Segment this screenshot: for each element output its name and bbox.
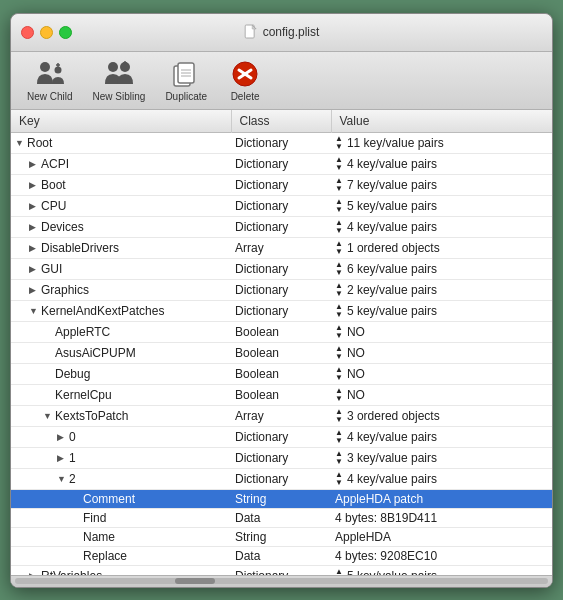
table-row[interactable]: RootDictionary▲▼11 key/value pairs [11, 132, 552, 153]
value-cell: ▲▼2 key/value pairs [331, 279, 552, 300]
maximize-button[interactable] [59, 26, 72, 39]
key-cell: Boot [11, 174, 231, 195]
value-stepper[interactable]: ▲▼ [335, 324, 343, 340]
new-child-button[interactable]: New Child [19, 55, 81, 106]
header-key[interactable]: Key [11, 110, 231, 133]
table-row[interactable]: AsusAiCPUPMBoolean▲▼NO [11, 342, 552, 363]
class-cell: Dictionary [231, 468, 331, 489]
table-row[interactable]: GraphicsDictionary▲▼2 key/value pairs [11, 279, 552, 300]
value-stepper[interactable]: ▲▼ [335, 408, 343, 424]
value-stepper[interactable]: ▲▼ [335, 303, 343, 319]
value-stepper[interactable]: ▲▼ [335, 219, 343, 235]
value-stepper[interactable]: ▲▼ [335, 471, 343, 487]
duplicate-button[interactable]: Duplicate [157, 55, 215, 106]
key-cell: 1 [11, 447, 231, 468]
expand-triangle[interactable] [43, 411, 53, 421]
table-container[interactable]: Key Class Value RootDictionary▲▼11 key/v… [11, 110, 552, 575]
class-cell: String [231, 527, 331, 546]
expand-triangle[interactable] [29, 222, 39, 232]
traffic-lights [21, 26, 72, 39]
value-stepper[interactable]: ▲▼ [335, 429, 343, 445]
expand-triangle[interactable] [29, 243, 39, 253]
value-text: NO [347, 346, 365, 360]
table-row[interactable]: KernelAndKextPatchesDictionary▲▼5 key/va… [11, 300, 552, 321]
value-cell: ▲▼4 key/value pairs [331, 216, 552, 237]
expand-triangle[interactable] [57, 432, 67, 442]
scrollbar-thumb[interactable] [175, 578, 215, 584]
value-stepper[interactable]: ▲▼ [335, 198, 343, 214]
value-stepper[interactable]: ▲▼ [335, 135, 343, 151]
key-cell: Replace [11, 546, 231, 565]
key-label: ACPI [41, 157, 69, 171]
table-row[interactable]: GUIDictionary▲▼6 key/value pairs [11, 258, 552, 279]
new-child-icon [34, 59, 66, 89]
value-stepper[interactable]: ▲▼ [335, 366, 343, 382]
table-row[interactable]: 2Dictionary▲▼4 key/value pairs [11, 468, 552, 489]
value-stepper[interactable]: ▲▼ [335, 156, 343, 172]
value-stepper[interactable]: ▲▼ [335, 387, 343, 403]
expand-triangle[interactable] [15, 138, 25, 148]
value-cell: ▲▼1 ordered objects [331, 237, 552, 258]
class-cell: Dictionary [231, 279, 331, 300]
value-text: 3 ordered objects [347, 409, 440, 423]
expand-triangle[interactable] [29, 306, 39, 316]
expand-triangle[interactable] [29, 201, 39, 211]
value-stepper[interactable]: ▲▼ [335, 568, 343, 575]
value-text: 5 key/value pairs [347, 199, 437, 213]
expand-triangle[interactable] [29, 159, 39, 169]
table-row[interactable]: DebugBoolean▲▼NO [11, 363, 552, 384]
key-label: KernelCpu [55, 388, 112, 402]
key-cell: KernelCpu [11, 384, 231, 405]
value-text: 11 key/value pairs [347, 136, 444, 150]
value-stepper[interactable]: ▲▼ [335, 345, 343, 361]
table-row[interactable]: KextsToPatchArray▲▼3 ordered objects [11, 405, 552, 426]
table-row[interactable]: DevicesDictionary▲▼4 key/value pairs [11, 216, 552, 237]
value-cell: ▲▼NO [331, 384, 552, 405]
table-row[interactable]: CPUDictionary▲▼5 key/value pairs [11, 195, 552, 216]
expand-triangle[interactable] [57, 453, 67, 463]
value-stepper[interactable]: ▲▼ [335, 261, 343, 277]
table-row[interactable]: 0Dictionary▲▼4 key/value pairs [11, 426, 552, 447]
table-row[interactable]: FindData4 bytes: 8B19D411 [11, 508, 552, 527]
key-cell: GUI [11, 258, 231, 279]
table-row[interactable]: KernelCpuBoolean▲▼NO [11, 384, 552, 405]
new-sibling-button[interactable]: New Sibling [85, 55, 154, 106]
table-row[interactable]: RtVariablesDictionary▲▼5 key/value pairs [11, 565, 552, 575]
value-stepper[interactable]: ▲▼ [335, 450, 343, 466]
expand-triangle[interactable] [29, 285, 39, 295]
class-cell: Dictionary [231, 174, 331, 195]
value-text: NO [347, 388, 365, 402]
table-row[interactable]: DisableDriversArray▲▼1 ordered objects [11, 237, 552, 258]
scrollbar-track[interactable] [15, 578, 548, 584]
value-cell: ▲▼3 key/value pairs [331, 447, 552, 468]
header-value[interactable]: Value [331, 110, 552, 133]
class-cell: Boolean [231, 363, 331, 384]
class-cell: Dictionary [231, 153, 331, 174]
table-row[interactable]: AppleRTCBoolean▲▼NO [11, 321, 552, 342]
table-row[interactable]: NameStringAppleHDA [11, 527, 552, 546]
scrollbar-area[interactable] [11, 575, 552, 587]
table-row[interactable]: 1Dictionary▲▼3 key/value pairs [11, 447, 552, 468]
plist-table: Key Class Value RootDictionary▲▼11 key/v… [11, 110, 552, 575]
value-stepper[interactable]: ▲▼ [335, 177, 343, 193]
table-row[interactable]: ReplaceData4 bytes: 9208EC10 [11, 546, 552, 565]
table-row[interactable]: BootDictionary▲▼7 key/value pairs [11, 174, 552, 195]
delete-label: Delete [231, 91, 260, 102]
class-cell: Dictionary [231, 195, 331, 216]
close-button[interactable] [21, 26, 34, 39]
minimize-button[interactable] [40, 26, 53, 39]
window-title: config.plist [263, 25, 320, 39]
expand-triangle[interactable] [29, 180, 39, 190]
delete-button[interactable]: Delete [219, 55, 271, 106]
expand-triangle[interactable] [57, 474, 67, 484]
value-stepper[interactable]: ▲▼ [335, 282, 343, 298]
value-stepper[interactable]: ▲▼ [335, 240, 343, 256]
table-row[interactable]: ACPIDictionary▲▼4 key/value pairs [11, 153, 552, 174]
value-text: 1 ordered objects [347, 241, 440, 255]
table-row[interactable]: CommentStringAppleHDA patch [11, 489, 552, 508]
value-text: AppleHDA patch [335, 492, 423, 506]
header-class[interactable]: Class [231, 110, 331, 133]
key-label: CPU [41, 199, 66, 213]
key-cell: Find [11, 508, 231, 527]
expand-triangle[interactable] [29, 264, 39, 274]
